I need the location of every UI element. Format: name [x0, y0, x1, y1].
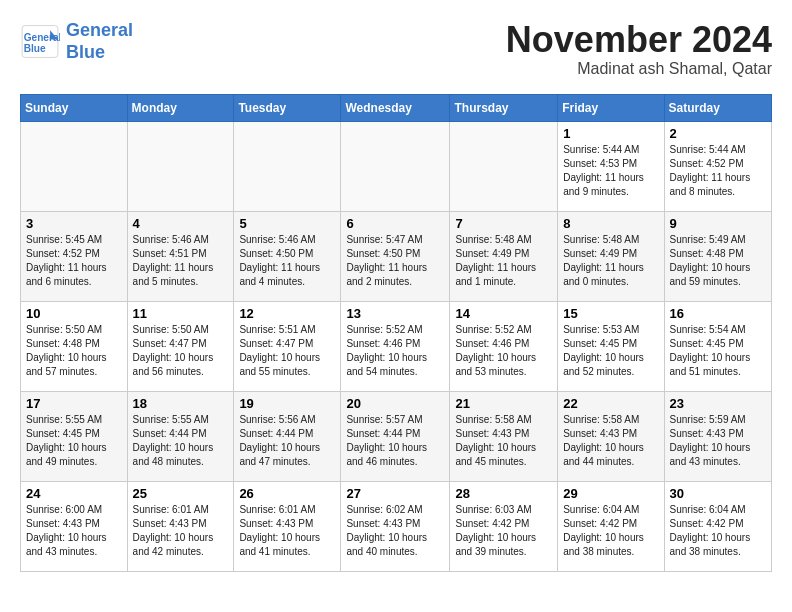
weekday-header-saturday: Saturday [664, 94, 771, 121]
weekday-header-wednesday: Wednesday [341, 94, 450, 121]
calendar-cell: 6Sunrise: 5:47 AM Sunset: 4:50 PM Daylig… [341, 211, 450, 301]
calendar-cell [450, 121, 558, 211]
day-number: 17 [26, 396, 122, 411]
calendar-cell: 17Sunrise: 5:55 AM Sunset: 4:45 PM Dayli… [21, 391, 128, 481]
day-info: Sunrise: 5:55 AM Sunset: 4:44 PM Dayligh… [133, 413, 229, 469]
day-number: 8 [563, 216, 658, 231]
day-number: 18 [133, 396, 229, 411]
calendar-cell: 21Sunrise: 5:58 AM Sunset: 4:43 PM Dayli… [450, 391, 558, 481]
calendar-cell: 25Sunrise: 6:01 AM Sunset: 4:43 PM Dayli… [127, 481, 234, 571]
calendar-week-4: 24Sunrise: 6:00 AM Sunset: 4:43 PM Dayli… [21, 481, 772, 571]
day-info: Sunrise: 5:56 AM Sunset: 4:44 PM Dayligh… [239, 413, 335, 469]
calendar-cell: 15Sunrise: 5:53 AM Sunset: 4:45 PM Dayli… [558, 301, 664, 391]
day-info: Sunrise: 5:50 AM Sunset: 4:47 PM Dayligh… [133, 323, 229, 379]
day-number: 14 [455, 306, 552, 321]
calendar-cell: 7Sunrise: 5:48 AM Sunset: 4:49 PM Daylig… [450, 211, 558, 301]
calendar-cell: 29Sunrise: 6:04 AM Sunset: 4:42 PM Dayli… [558, 481, 664, 571]
day-info: Sunrise: 5:48 AM Sunset: 4:49 PM Dayligh… [563, 233, 658, 289]
day-info: Sunrise: 5:45 AM Sunset: 4:52 PM Dayligh… [26, 233, 122, 289]
day-info: Sunrise: 5:48 AM Sunset: 4:49 PM Dayligh… [455, 233, 552, 289]
calendar-cell: 5Sunrise: 5:46 AM Sunset: 4:50 PM Daylig… [234, 211, 341, 301]
calendar-table: SundayMondayTuesdayWednesdayThursdayFrid… [20, 94, 772, 572]
day-info: Sunrise: 5:46 AM Sunset: 4:50 PM Dayligh… [239, 233, 335, 289]
day-number: 21 [455, 396, 552, 411]
day-info: Sunrise: 6:00 AM Sunset: 4:43 PM Dayligh… [26, 503, 122, 559]
day-number: 1 [563, 126, 658, 141]
calendar-week-0: 1Sunrise: 5:44 AM Sunset: 4:53 PM Daylig… [21, 121, 772, 211]
calendar-cell: 26Sunrise: 6:01 AM Sunset: 4:43 PM Dayli… [234, 481, 341, 571]
logo: General Blue General Blue [20, 20, 133, 63]
day-number: 2 [670, 126, 766, 141]
calendar-cell: 3Sunrise: 5:45 AM Sunset: 4:52 PM Daylig… [21, 211, 128, 301]
day-number: 26 [239, 486, 335, 501]
day-number: 25 [133, 486, 229, 501]
calendar-cell: 23Sunrise: 5:59 AM Sunset: 4:43 PM Dayli… [664, 391, 771, 481]
calendar-cell: 19Sunrise: 5:56 AM Sunset: 4:44 PM Dayli… [234, 391, 341, 481]
day-number: 15 [563, 306, 658, 321]
day-number: 9 [670, 216, 766, 231]
day-info: Sunrise: 5:51 AM Sunset: 4:47 PM Dayligh… [239, 323, 335, 379]
day-info: Sunrise: 5:53 AM Sunset: 4:45 PM Dayligh… [563, 323, 658, 379]
calendar-cell: 12Sunrise: 5:51 AM Sunset: 4:47 PM Dayli… [234, 301, 341, 391]
day-info: Sunrise: 5:47 AM Sunset: 4:50 PM Dayligh… [346, 233, 444, 289]
location-title: Madinat ash Shamal, Qatar [506, 60, 772, 78]
day-number: 3 [26, 216, 122, 231]
day-number: 12 [239, 306, 335, 321]
day-number: 5 [239, 216, 335, 231]
day-number: 13 [346, 306, 444, 321]
day-number: 19 [239, 396, 335, 411]
day-number: 24 [26, 486, 122, 501]
day-info: Sunrise: 5:46 AM Sunset: 4:51 PM Dayligh… [133, 233, 229, 289]
calendar-cell: 27Sunrise: 6:02 AM Sunset: 4:43 PM Dayli… [341, 481, 450, 571]
day-info: Sunrise: 5:54 AM Sunset: 4:45 PM Dayligh… [670, 323, 766, 379]
calendar-header-row: SundayMondayTuesdayWednesdayThursdayFrid… [21, 94, 772, 121]
day-info: Sunrise: 5:52 AM Sunset: 4:46 PM Dayligh… [346, 323, 444, 379]
weekday-header-friday: Friday [558, 94, 664, 121]
day-info: Sunrise: 6:01 AM Sunset: 4:43 PM Dayligh… [239, 503, 335, 559]
day-number: 6 [346, 216, 444, 231]
month-title: November 2024 [506, 20, 772, 60]
day-info: Sunrise: 5:52 AM Sunset: 4:46 PM Dayligh… [455, 323, 552, 379]
day-info: Sunrise: 6:01 AM Sunset: 4:43 PM Dayligh… [133, 503, 229, 559]
calendar-cell: 16Sunrise: 5:54 AM Sunset: 4:45 PM Dayli… [664, 301, 771, 391]
day-info: Sunrise: 5:59 AM Sunset: 4:43 PM Dayligh… [670, 413, 766, 469]
day-number: 4 [133, 216, 229, 231]
day-number: 30 [670, 486, 766, 501]
page-header: General Blue General Blue November 2024 … [20, 20, 772, 78]
svg-text:Blue: Blue [24, 43, 46, 54]
calendar-cell: 10Sunrise: 5:50 AM Sunset: 4:48 PM Dayli… [21, 301, 128, 391]
calendar-cell: 2Sunrise: 5:44 AM Sunset: 4:52 PM Daylig… [664, 121, 771, 211]
weekday-header-monday: Monday [127, 94, 234, 121]
day-info: Sunrise: 5:58 AM Sunset: 4:43 PM Dayligh… [563, 413, 658, 469]
day-number: 23 [670, 396, 766, 411]
calendar-cell: 11Sunrise: 5:50 AM Sunset: 4:47 PM Dayli… [127, 301, 234, 391]
logo-text: General Blue [66, 20, 133, 63]
calendar-cell: 28Sunrise: 6:03 AM Sunset: 4:42 PM Dayli… [450, 481, 558, 571]
calendar-cell: 24Sunrise: 6:00 AM Sunset: 4:43 PM Dayli… [21, 481, 128, 571]
day-info: Sunrise: 5:44 AM Sunset: 4:53 PM Dayligh… [563, 143, 658, 199]
calendar-week-3: 17Sunrise: 5:55 AM Sunset: 4:45 PM Dayli… [21, 391, 772, 481]
calendar-cell [341, 121, 450, 211]
calendar-cell: 1Sunrise: 5:44 AM Sunset: 4:53 PM Daylig… [558, 121, 664, 211]
calendar-week-1: 3Sunrise: 5:45 AM Sunset: 4:52 PM Daylig… [21, 211, 772, 301]
calendar-cell [21, 121, 128, 211]
day-info: Sunrise: 5:58 AM Sunset: 4:43 PM Dayligh… [455, 413, 552, 469]
day-number: 7 [455, 216, 552, 231]
day-info: Sunrise: 5:49 AM Sunset: 4:48 PM Dayligh… [670, 233, 766, 289]
weekday-header-sunday: Sunday [21, 94, 128, 121]
day-info: Sunrise: 5:55 AM Sunset: 4:45 PM Dayligh… [26, 413, 122, 469]
day-info: Sunrise: 5:57 AM Sunset: 4:44 PM Dayligh… [346, 413, 444, 469]
day-number: 16 [670, 306, 766, 321]
weekday-header-thursday: Thursday [450, 94, 558, 121]
calendar-cell [234, 121, 341, 211]
day-number: 22 [563, 396, 658, 411]
calendar-cell: 9Sunrise: 5:49 AM Sunset: 4:48 PM Daylig… [664, 211, 771, 301]
day-info: Sunrise: 6:04 AM Sunset: 4:42 PM Dayligh… [670, 503, 766, 559]
calendar-cell: 22Sunrise: 5:58 AM Sunset: 4:43 PM Dayli… [558, 391, 664, 481]
day-number: 11 [133, 306, 229, 321]
day-info: Sunrise: 6:02 AM Sunset: 4:43 PM Dayligh… [346, 503, 444, 559]
day-info: Sunrise: 6:03 AM Sunset: 4:42 PM Dayligh… [455, 503, 552, 559]
weekday-header-tuesday: Tuesday [234, 94, 341, 121]
calendar-cell: 13Sunrise: 5:52 AM Sunset: 4:46 PM Dayli… [341, 301, 450, 391]
day-number: 28 [455, 486, 552, 501]
